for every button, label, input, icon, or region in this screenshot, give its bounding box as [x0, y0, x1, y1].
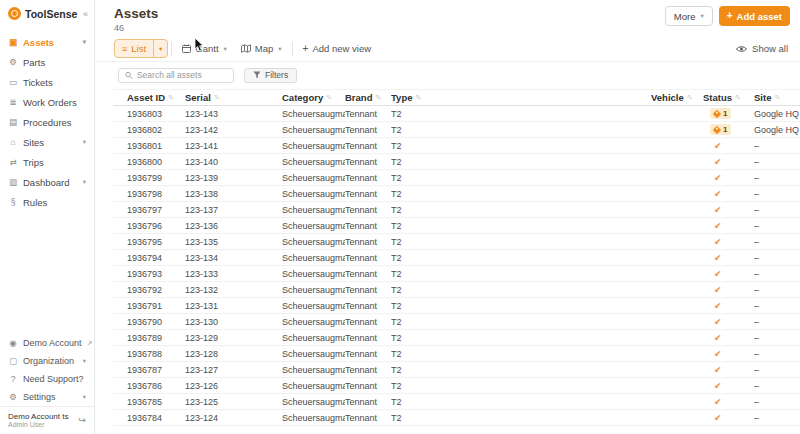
filter-icon: [253, 71, 261, 79]
column-header-site[interactable]: Site✎: [754, 92, 800, 103]
add-asset-button[interactable]: + Add asset: [719, 6, 790, 26]
column-header-label: Serial: [185, 92, 211, 103]
filters-button[interactable]: Filters: [244, 68, 297, 83]
list-view-button[interactable]: ≡ List ▾: [114, 39, 168, 58]
table-row[interactable]: 1936785123-125ScheuersaugmaschineTennant…: [113, 394, 800, 410]
cell-site: –: [754, 381, 800, 391]
cell-asset-id: 1936788: [113, 349, 185, 359]
cell-asset-id: 1936789: [113, 333, 185, 343]
sidebar-item-demo-account[interactable]: ◉Demo Account↗: [0, 334, 94, 352]
column-header-asset-id[interactable]: Asset ID✎: [113, 92, 185, 103]
cell-status: ✔: [703, 333, 754, 343]
cell-category: Scheuersaugmaschine: [282, 189, 345, 199]
cell-serial: 123-129: [185, 333, 282, 343]
list-view-segment[interactable]: ≡ List: [115, 40, 153, 57]
table-row[interactable]: 1936802123-142ScheuersaugmaschineTennant…: [113, 122, 800, 138]
sort-edit-icon: ✎: [326, 94, 332, 102]
column-header-status[interactable]: Status✎: [703, 92, 754, 103]
cell-brand: Tennant: [345, 237, 391, 247]
sidebar-item-sites[interactable]: ⌂Sites▾: [0, 132, 94, 152]
table-row[interactable]: 1936789123-129ScheuersaugmaschineTennant…: [113, 330, 800, 346]
cell-brand: Tennant: [345, 333, 391, 343]
cell-brand: Tennant: [345, 301, 391, 311]
cell-type: T2: [391, 301, 651, 311]
table-row[interactable]: 1936797123-137ScheuersaugmaschineTennant…: [113, 202, 800, 218]
table-row[interactable]: 1936787123-127ScheuersaugmaschineTennant…: [113, 362, 800, 378]
table-row[interactable]: 1936793123-133ScheuersaugmaschineTennant…: [113, 266, 800, 282]
table-row[interactable]: 1936788123-128ScheuersaugmaschineTennant…: [113, 346, 800, 362]
cell-brand: Tennant: [345, 317, 391, 327]
cell-asset-id: 1936793: [113, 269, 185, 279]
sidebar-item-procedures[interactable]: ▤Procedures: [0, 112, 94, 132]
cell-brand: Tennant: [345, 349, 391, 359]
logout-icon[interactable]: ↪: [78, 415, 86, 425]
sidebar-item-parts[interactable]: ⚙Parts: [0, 52, 94, 72]
show-all-button[interactable]: Show all: [736, 43, 788, 54]
sidebar-item-assets[interactable]: ▣Assets▾: [0, 32, 94, 52]
add-new-view-button[interactable]: + Add new view: [296, 40, 378, 57]
gantt-view-button[interactable]: Gantt ▾: [175, 40, 234, 57]
user-role: Admin User: [8, 421, 68, 428]
table-row[interactable]: 1936803123-143ScheuersaugmaschineTennant…: [113, 106, 800, 122]
cell-status: ✔: [703, 317, 754, 327]
status-tag-badge[interactable]: 1: [710, 108, 731, 119]
table-row[interactable]: 1936796123-136ScheuersaugmaschineTennant…: [113, 218, 800, 234]
cell-category: Scheuersaugmaschine: [282, 221, 345, 231]
sidebar-item-settings[interactable]: ⚙Settings▾: [0, 388, 94, 406]
column-header-serial[interactable]: Serial✎: [185, 92, 282, 103]
cell-site: –: [754, 221, 800, 231]
sort-edit-icon: ✎: [415, 94, 421, 102]
table-row[interactable]: 1936792123-132ScheuersaugmaschineTennant…: [113, 282, 800, 298]
assets-table: Asset ID✎Serial✎Category✎Brand✎Type✎Vehi…: [113, 89, 800, 426]
column-header-vehicle[interactable]: Vehicle✎: [651, 92, 703, 103]
table-row[interactable]: 1936790123-130ScheuersaugmaschineTennant…: [113, 314, 800, 330]
sidebar-item-label: Need Support?: [23, 374, 84, 384]
sidebar-item-label: Tickets: [23, 77, 53, 88]
more-button[interactable]: More ▾: [665, 6, 713, 26]
table-row[interactable]: 1936800123-140ScheuersaugmaschineTennant…: [113, 154, 800, 170]
chevron-down-icon: ▾: [83, 393, 86, 401]
cell-asset-id: 1936795: [113, 237, 185, 247]
table-row[interactable]: 1936786123-126ScheuersaugmaschineTennant…: [113, 378, 800, 394]
cell-status: ✔: [703, 237, 754, 247]
column-header-category[interactable]: Category✎: [282, 92, 345, 103]
column-header-label: Vehicle: [651, 92, 684, 103]
app-window: ToolSense « ▣Assets▾⚙Parts▭Tickets≣Work …: [0, 0, 800, 434]
sidebar-collapse-icon[interactable]: «: [83, 9, 88, 19]
title-block: Assets 46: [114, 6, 158, 33]
search-input[interactable]: [137, 70, 227, 80]
cell-asset-id: 1936790: [113, 317, 185, 327]
eye-icon: [736, 45, 747, 53]
table-row[interactable]: 1936795123-135ScheuersaugmaschineTennant…: [113, 234, 800, 250]
sidebar-item-rules[interactable]: §Rules: [0, 192, 94, 212]
table-row[interactable]: 1936801123-141ScheuersaugmaschineTennant…: [113, 138, 800, 154]
table-row[interactable]: 1936798123-138ScheuersaugmaschineTennant…: [113, 186, 800, 202]
sidebar-item-organization[interactable]: ▢Organization▾: [0, 352, 94, 370]
sidebar-item-need-support[interactable]: ?Need Support?: [0, 370, 94, 388]
column-header-brand[interactable]: Brand✎: [345, 92, 391, 103]
sidebar-item-dashboard[interactable]: ▥Dashboard▾: [0, 172, 94, 192]
table-row[interactable]: 1936799123-139ScheuersaugmaschineTennant…: [113, 170, 800, 186]
add-asset-label: Add asset: [737, 11, 782, 22]
column-header-type[interactable]: Type✎: [391, 92, 651, 103]
sidebar-item-trips[interactable]: ⇄Trips: [0, 152, 94, 172]
cell-brand: Tennant: [345, 205, 391, 215]
sidebar-item-work-orders[interactable]: ≣Work Orders: [0, 92, 94, 112]
status-check-icon: ✔: [710, 253, 722, 263]
status-tag-badge[interactable]: 1: [710, 124, 731, 135]
table-row[interactable]: 1936784123-124ScheuersaugmaschineTennant…: [113, 410, 800, 426]
toolsense-logo-icon: [8, 7, 21, 20]
status-check-icon: ✔: [710, 221, 722, 231]
sidebar-item-tickets[interactable]: ▭Tickets: [0, 72, 94, 92]
search-box[interactable]: [118, 68, 234, 83]
cell-type: T2: [391, 269, 651, 279]
list-view-dropdown[interactable]: ▾: [153, 40, 167, 57]
cell-site: –: [754, 253, 800, 263]
cell-brand: Tennant: [345, 381, 391, 391]
map-view-button[interactable]: Map ▾: [234, 40, 289, 57]
user-account-row[interactable]: Demo Account ts Admin User ↪: [0, 406, 94, 434]
app-logo-text: ToolSense: [25, 8, 77, 20]
table-row[interactable]: 1936794123-134ScheuersaugmaschineTennant…: [113, 250, 800, 266]
page-title: Assets: [114, 6, 158, 21]
table-row[interactable]: 1936791123-131ScheuersaugmaschineTennant…: [113, 298, 800, 314]
